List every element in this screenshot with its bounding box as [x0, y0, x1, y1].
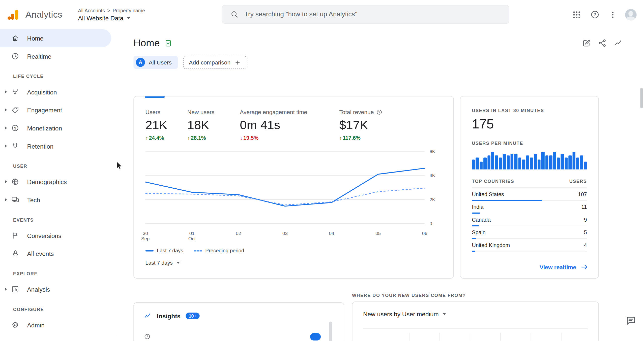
metric-label: New users: [187, 109, 240, 115]
delta-arrow-icon: ↓: [240, 135, 243, 141]
metric-value: 0m 41s: [240, 118, 339, 132]
insights-title: Insights: [157, 312, 181, 319]
sidebar-collapse-button[interactable]: [0, 335, 115, 341]
property-selector-value[interactable]: All Website Data: [78, 15, 123, 22]
more-vert-icon: [609, 11, 617, 19]
sidebar-item-retention[interactable]: Retention: [0, 137, 115, 155]
sidebar-item-all-events[interactable]: All events: [0, 245, 115, 263]
realtime-card: USERS IN LAST 30 MINUTES 175 USERS PER M…: [460, 96, 599, 279]
sidebar-item-monetization[interactable]: $ Monetization: [0, 119, 115, 137]
sidebar: Home Realtime LIFE CYCLE Acquisition: [0, 29, 115, 341]
share-icon: [598, 39, 607, 48]
metric-avg-engagement-time[interactable]: Average engagement time 0m 41s ↓ 19.5%: [240, 109, 339, 141]
metric-total-revenue[interactable]: Total revenue ? $17K ↑ 117.6%: [339, 109, 382, 141]
apps-grid-button[interactable]: [568, 6, 585, 23]
chart-icon: [11, 285, 20, 293]
sidebar-item-analysis[interactable]: Analysis: [0, 280, 115, 298]
legend-last-7-days: Last 7 days: [145, 248, 183, 254]
view-realtime-label: View realtime: [540, 264, 576, 270]
sidebar-item-engagement[interactable]: Engagement: [0, 101, 115, 119]
svg-text:2K: 2K: [430, 197, 435, 202]
chevron-down-icon: [443, 313, 446, 315]
users-last-30-min-label: USERS IN LAST 30 MINUTES: [472, 108, 587, 113]
add-comparison-button[interactable]: Add comparison: [183, 56, 246, 69]
page-scrollbar-thumb[interactable]: [640, 88, 643, 108]
country-name: United States: [472, 191, 504, 197]
date-range-selector[interactable]: Last 7 days: [145, 260, 454, 266]
users-per-minute-label: USERS PER MINUTE: [472, 141, 587, 146]
metric-label: Total revenue: [339, 109, 374, 115]
country-users: 5: [584, 229, 587, 235]
sidebar-item-tech[interactable]: Tech: [0, 191, 115, 209]
country-row: India 11: [472, 200, 587, 213]
svg-text:?: ?: [593, 12, 596, 17]
breadcrumb-all-accounts[interactable]: All Accounts: [78, 8, 105, 13]
sidebar-item-demographics[interactable]: Demographics: [0, 173, 115, 191]
metric-delta: ↓ 19.5%: [240, 135, 339, 141]
sidebar-item-admin[interactable]: Admin: [0, 316, 115, 334]
share-report-button[interactable]: [598, 39, 607, 48]
sidebar-item-label: Analysis: [27, 286, 50, 293]
insight-item-icon: [144, 333, 151, 340]
sidebar-item-realtime[interactable]: Realtime: [0, 47, 115, 65]
main-content: Home: [115, 29, 644, 341]
metric-value: 21K: [145, 118, 187, 132]
insight-list-item[interactable]: [134, 327, 344, 340]
metric-delta: ↑ 28.1%: [187, 135, 240, 141]
insights-icon: [614, 39, 623, 48]
touch-icon: [11, 249, 20, 258]
engagement-icon: [11, 106, 20, 114]
legend-preceding-period: Preceding period: [194, 248, 244, 254]
svg-text:6K: 6K: [430, 149, 435, 154]
analytics-logo-icon: [7, 8, 20, 21]
avatar: [625, 9, 637, 20]
insights-scrollbar[interactable]: [329, 322, 332, 341]
country-name: Spain: [472, 229, 486, 235]
metric-delta: ↑ 117.6%: [339, 135, 382, 141]
view-realtime-link[interactable]: View realtime: [540, 263, 589, 271]
sidebar-item-acquisition[interactable]: Acquisition: [0, 83, 115, 101]
search-icon: [230, 10, 239, 19]
sidebar-item-label: Monetization: [27, 124, 62, 131]
monetization-icon: $: [11, 124, 20, 132]
more-options-button[interactable]: [605, 6, 621, 23]
svg-text:0: 0: [430, 221, 432, 226]
new-users-card: New users by User medium: [352, 301, 599, 341]
insights-card: Insights 10+: [133, 302, 344, 341]
devices-icon: [11, 196, 20, 204]
apps-grid-icon: [572, 10, 581, 19]
new-users-dimension-selector[interactable]: New users by User medium: [363, 311, 588, 318]
svg-text:$: $: [14, 126, 16, 130]
sidebar-item-label: Home: [27, 35, 44, 42]
customize-report-button[interactable]: [582, 39, 591, 48]
account-avatar-button[interactable]: [623, 6, 639, 23]
google-analytics-logo[interactable]: Analytics: [7, 8, 62, 21]
trend-chart-svg: 02K4K6K: [145, 148, 443, 226]
metric-new-users[interactable]: New users 18K ↑ 28.1%: [187, 109, 240, 141]
arrow-right-icon: [580, 263, 589, 271]
sidebar-item-label: All events: [27, 250, 54, 257]
search-bar[interactable]: [222, 5, 509, 24]
sidebar-item-label: Conversions: [27, 232, 62, 239]
help-button[interactable]: ?: [587, 6, 603, 23]
country-row: United Kingdom 4: [472, 239, 587, 251]
country-row: United States 107: [472, 188, 587, 200]
account-property-selector[interactable]: All Accounts > Property name All Website…: [78, 8, 145, 21]
topbar: Analytics All Accounts > Property name A…: [0, 0, 644, 29]
breadcrumb-property-name[interactable]: Property name: [113, 8, 145, 13]
sidebar-item-conversions[interactable]: Conversions: [0, 226, 115, 245]
sidebar-item-home[interactable]: Home: [0, 29, 111, 47]
country-row: Canada 9: [472, 213, 587, 226]
collapse-arrow-icon: [99, 340, 106, 341]
help-circle-icon[interactable]: ?: [376, 109, 382, 115]
sidebar-section-user: USER: [0, 160, 115, 173]
insights-spark-icon: [144, 312, 152, 320]
search-input[interactable]: [244, 11, 502, 18]
feedback-chat-button[interactable]: [625, 315, 637, 328]
svg-text:4K: 4K: [430, 173, 435, 178]
insights-panel-button[interactable]: [614, 39, 623, 48]
active-tab-indicator: [145, 96, 165, 98]
metric-delta: ↑ 24.4%: [145, 135, 187, 141]
all-users-comparison-chip[interactable]: A All Users: [133, 56, 178, 69]
metric-users[interactable]: Users 21K ↑ 24.4%: [145, 109, 187, 141]
